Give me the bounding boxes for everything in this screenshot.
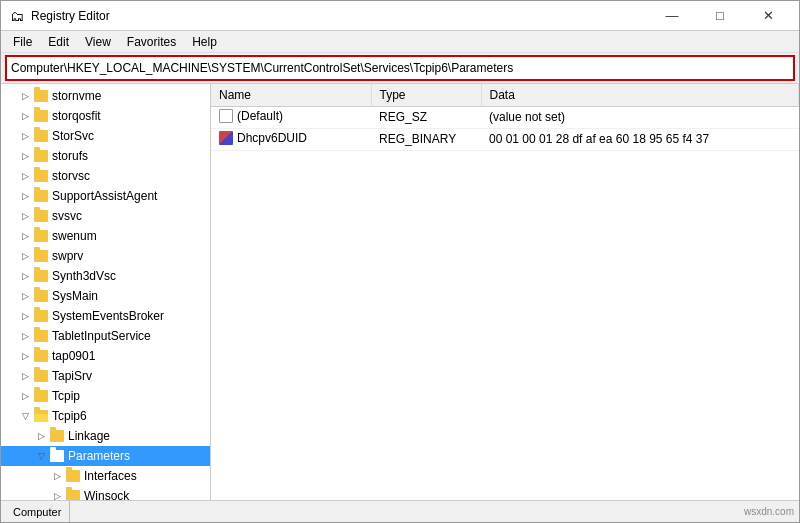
tree-label: storqosfit [52, 109, 101, 123]
expand-icon[interactable]: ▷ [17, 88, 33, 104]
address-bar [5, 55, 795, 81]
table-row[interactable]: Dhcpv6DUID REG_BINARY 00 01 00 01 28 df … [211, 128, 799, 150]
main-content: ▷ stornvme ▷ storqosfit ▷ StorSvc ▷ stor… [1, 83, 799, 500]
expand-icon[interactable]: ▷ [17, 388, 33, 404]
tree-item-swenum[interactable]: ▷ swenum [1, 226, 210, 246]
expand-icon[interactable]: ▷ [49, 468, 65, 484]
expand-icon[interactable]: ▽ [17, 408, 33, 424]
col-header-type[interactable]: Type [371, 84, 481, 106]
folder-icon [33, 289, 49, 303]
reg-icon-binary: Dhcpv6DUID [219, 131, 307, 145]
tree-label: Tcpip [52, 389, 80, 403]
maximize-button[interactable]: □ [697, 2, 743, 30]
registry-tree: ▷ stornvme ▷ storqosfit ▷ StorSvc ▷ stor… [1, 84, 211, 500]
expand-icon[interactable]: ▷ [17, 148, 33, 164]
tree-label: SystemEventsBroker [52, 309, 164, 323]
cell-data: (value not set) [481, 106, 799, 128]
tree-item-linkage[interactable]: ▷ Linkage [1, 426, 210, 446]
tree-label: Linkage [68, 429, 110, 443]
tree-item-tapisrv[interactable]: ▷ TapiSrv [1, 366, 210, 386]
tree-label: Winsock [84, 489, 129, 500]
folder-icon [33, 89, 49, 103]
tree-item-storsvc[interactable]: ▷ StorSvc [1, 126, 210, 146]
close-button[interactable]: ✕ [745, 2, 791, 30]
expand-icon[interactable]: ▷ [17, 348, 33, 364]
expand-icon[interactable]: ▷ [17, 208, 33, 224]
reg-icon-default: (Default) [219, 109, 283, 123]
cell-type: REG_BINARY [371, 128, 481, 150]
menu-help[interactable]: Help [184, 33, 225, 51]
col-header-name[interactable]: Name [211, 84, 371, 106]
folder-icon [33, 209, 49, 223]
tree-item-stornvme[interactable]: ▷ stornvme [1, 86, 210, 106]
expand-icon[interactable]: ▷ [17, 108, 33, 124]
expand-icon[interactable]: ▷ [17, 368, 33, 384]
folder-icon [33, 409, 49, 423]
folder-icon [33, 189, 49, 203]
tree-item-storufs[interactable]: ▷ storufs [1, 146, 210, 166]
expand-icon[interactable]: ▷ [17, 188, 33, 204]
minimize-button[interactable]: — [649, 2, 695, 30]
expand-icon[interactable]: ▷ [49, 488, 65, 500]
expand-icon[interactable]: ▽ [33, 448, 49, 464]
tree-item-synth3dvsc[interactable]: ▷ Synth3dVsc [1, 266, 210, 286]
tree-item-interfaces[interactable]: ▷ Interfaces [1, 466, 210, 486]
cell-name[interactable]: (Default) [211, 106, 371, 128]
tree-label: storvsc [52, 169, 90, 183]
tree-item-parameters[interactable]: ▽ Parameters [1, 446, 210, 466]
expand-icon[interactable]: ▷ [17, 308, 33, 324]
tree-item-winsock[interactable]: ▷ Winsock [1, 486, 210, 500]
tree-item-svsvc[interactable]: ▷ svsvc [1, 206, 210, 226]
menu-edit[interactable]: Edit [40, 33, 77, 51]
tree-item-storvsc[interactable]: ▷ storvsc [1, 166, 210, 186]
tree-label: SupportAssistAgent [52, 189, 157, 203]
folder-icon [33, 249, 49, 263]
tree-item-tap0901[interactable]: ▷ tap0901 [1, 346, 210, 366]
folder-icon [65, 469, 81, 483]
expand-icon[interactable]: ▷ [17, 168, 33, 184]
folder-icon [33, 329, 49, 343]
tree-item-supportassistagent[interactable]: ▷ SupportAssistAgent [1, 186, 210, 206]
expand-icon[interactable]: ▷ [33, 428, 49, 444]
tree-item-sysmain[interactable]: ▷ SysMain [1, 286, 210, 306]
tree-label: svsvc [52, 209, 82, 223]
expand-icon[interactable]: ▷ [17, 268, 33, 284]
title-bar: 🗂 Registry Editor — □ ✕ [1, 1, 799, 31]
tree-item-storqosfit[interactable]: ▷ storqosfit [1, 106, 210, 126]
tree-label: Synth3dVsc [52, 269, 116, 283]
table-row[interactable]: (Default) REG_SZ (value not set) [211, 106, 799, 128]
tree-item-systemeventsbroker[interactable]: ▷ SystemEventsBroker [1, 306, 210, 326]
expand-icon[interactable]: ▷ [17, 248, 33, 264]
menu-file[interactable]: File [5, 33, 40, 51]
expand-icon[interactable]: ▷ [17, 128, 33, 144]
registry-data-table: Name Type Data (Default) [211, 84, 799, 151]
menu-view[interactable]: View [77, 33, 119, 51]
expand-icon[interactable]: ▷ [17, 228, 33, 244]
cell-data: 00 01 00 01 28 df af ea 60 18 95 65 f4 3… [481, 128, 799, 150]
tree-label: swprv [52, 249, 83, 263]
cell-name[interactable]: Dhcpv6DUID [211, 128, 371, 150]
status-bar: Computer [1, 500, 799, 522]
title-bar-left: 🗂 Registry Editor [9, 8, 110, 24]
window-title: Registry Editor [31, 9, 110, 23]
tree-item-tcpip6[interactable]: ▽ Tcpip6 [1, 406, 210, 426]
col-header-data[interactable]: Data [481, 84, 799, 106]
tree-item-tabletinputservice[interactable]: ▷ TabletInputService [1, 326, 210, 346]
tree-label: Interfaces [84, 469, 137, 483]
tree-item-swprv[interactable]: ▷ swprv [1, 246, 210, 266]
tree-label: tap0901 [52, 349, 95, 363]
tree-item-tcpip[interactable]: ▷ Tcpip [1, 386, 210, 406]
address-input[interactable] [11, 61, 789, 75]
data-panel: Name Type Data (Default) [211, 84, 799, 500]
folder-icon [33, 269, 49, 283]
tree-label: StorSvc [52, 129, 94, 143]
folder-icon [65, 489, 81, 500]
tree-label: storufs [52, 149, 88, 163]
tree-label: swenum [52, 229, 97, 243]
tree-label: Tcpip6 [52, 409, 87, 423]
expand-icon[interactable]: ▷ [17, 288, 33, 304]
expand-icon[interactable]: ▷ [17, 328, 33, 344]
menu-favorites[interactable]: Favorites [119, 33, 184, 51]
folder-icon [33, 369, 49, 383]
registry-editor-window: 🗂 Registry Editor — □ ✕ File Edit View F… [0, 0, 800, 523]
